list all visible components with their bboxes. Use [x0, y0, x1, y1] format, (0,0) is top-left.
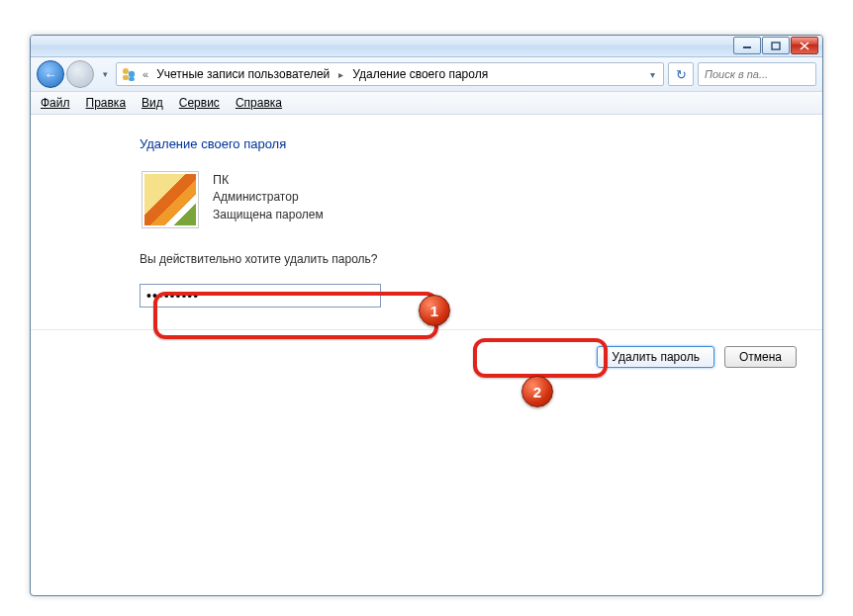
user-accounts-icon	[121, 66, 137, 82]
arrow-right-icon: →	[74, 67, 87, 82]
annotation-highlight-2	[473, 338, 608, 378]
breadcrumb-overflow-icon[interactable]: «	[141, 68, 150, 80]
svg-rect-4	[123, 75, 129, 80]
annotation-bubble-2: 2	[521, 376, 553, 407]
svg-rect-0	[743, 46, 751, 48]
svg-point-3	[129, 71, 135, 77]
main-content: Удаление своего пароля ПК Администратор …	[31, 115, 822, 315]
arrow-left-icon: ←	[45, 67, 57, 82]
menu-edit[interactable]: Правка	[80, 94, 133, 112]
annotation-bubble-1: 1	[419, 295, 450, 326]
cancel-button[interactable]: Отмена	[724, 346, 797, 368]
user-role: Администратор	[213, 189, 324, 206]
maximize-icon	[771, 42, 781, 50]
minimize-button[interactable]	[733, 37, 761, 54]
refresh-icon: ↻	[676, 67, 687, 82]
nav-back-button[interactable]: ←	[37, 60, 64, 88]
control-panel-window: ← → ▾ « Учетные за	[30, 35, 823, 596]
address-dropdown[interactable]: ▾	[646, 69, 659, 80]
confirm-prompt: Вы действительно хотите удалить пароль?	[140, 252, 812, 266]
password-input[interactable]	[140, 284, 381, 308]
menu-bar: Файл Правка Вид Сервис Справка	[31, 92, 822, 115]
chevron-down-icon: ▾	[103, 69, 108, 79]
chevron-right-icon: ▸	[335, 69, 346, 80]
navigation-row: ← → ▾ « Учетные за	[31, 57, 822, 92]
avatar	[142, 171, 199, 228]
dialog-footer: Удалить пароль Отмена 2	[31, 330, 822, 368]
breadcrumb-parent[interactable]: Учетные записи пользователей	[154, 67, 332, 81]
nav-history-dropdown[interactable]: ▾	[98, 64, 112, 84]
search-input[interactable]	[703, 67, 823, 81]
close-button[interactable]	[791, 37, 818, 54]
breadcrumb-current[interactable]: Удаление своего пароля	[350, 67, 490, 81]
menu-file[interactable]: Файл	[35, 94, 76, 112]
user-protected-status: Защищена паролем	[213, 207, 324, 223]
close-icon	[800, 42, 809, 50]
svg-rect-1	[772, 43, 780, 49]
menu-tools[interactable]: Сервис	[173, 94, 226, 112]
nav-forward-button: →	[66, 60, 94, 88]
delete-password-button[interactable]: Удалить пароль	[597, 346, 714, 368]
refresh-button[interactable]: ↻	[668, 62, 694, 86]
svg-rect-5	[129, 77, 135, 81]
avatar-image	[144, 174, 196, 225]
address-bar[interactable]: « Учетные записи пользователей ▸ Удалени…	[116, 62, 664, 86]
user-summary: ПК Администратор Защищена паролем	[142, 171, 812, 228]
title-bar	[31, 36, 822, 57]
search-box[interactable]: 🔍	[698, 62, 816, 86]
menu-help[interactable]: Справка	[230, 94, 288, 112]
svg-point-2	[123, 68, 129, 74]
page-title: Удаление своего пароля	[140, 136, 812, 151]
menu-view[interactable]: Вид	[136, 94, 169, 112]
user-name: ПК	[213, 171, 324, 189]
minimize-icon	[742, 42, 752, 49]
maximize-button[interactable]	[762, 37, 790, 54]
